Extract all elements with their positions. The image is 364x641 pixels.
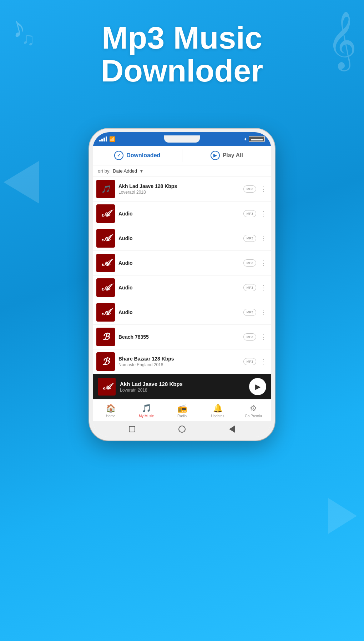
sort-arrow-icon: ▼	[139, 168, 144, 174]
sort-by-label: ort by:	[98, 168, 111, 174]
sort-value[interactable]: Date Added	[113, 168, 137, 174]
circle-icon	[178, 426, 186, 433]
bluetooth-icon: ✦	[243, 136, 247, 142]
now-playing-bar[interactable]: 𝒜 Akh Lad Jaave 128 Kbps Loveratri 2018 …	[93, 374, 271, 399]
my-music-icon: 🎵	[142, 404, 151, 413]
triangle-icon	[229, 426, 235, 433]
signal-bars-icon	[99, 136, 107, 141]
song-thumbnail: ℬ	[96, 352, 115, 371]
wifi-icon: 📶	[109, 136, 115, 142]
more-options-icon[interactable]: ⋮	[260, 259, 268, 267]
now-playing-play-button[interactable]: ▶	[249, 378, 266, 395]
song-title: Audio	[118, 285, 240, 290]
nav-item-my-music[interactable]: 🎵 My Music	[128, 402, 164, 419]
song-title: Akh Lad Jaave 128 Kbps	[118, 183, 240, 189]
more-options-icon[interactable]: ⋮	[260, 185, 268, 193]
more-options-icon[interactable]: ⋮	[260, 308, 268, 316]
signal-bar-1	[99, 140, 101, 141]
phone-outer-shell: 📶 ✦ ▬▬▬ ✓ Downloaded	[89, 129, 275, 441]
song-info: Beach 78355	[118, 334, 240, 340]
song-info: Audio	[118, 211, 240, 217]
mp3-badge: MP3	[243, 210, 256, 217]
song-subtitle: Namaste England 2018	[118, 362, 240, 367]
phone-nav-buttons	[93, 421, 271, 437]
nav-premium-label: Go Premiu	[245, 414, 262, 418]
phone-back-button[interactable]	[228, 425, 236, 433]
app-title-section: Mp3 Music Downloder	[0, 21, 364, 88]
song-info: Bhare Bazaar 128 Kbps Namaste England 20…	[118, 356, 240, 367]
sort-row: ort by: Date Added ▼	[93, 165, 271, 177]
tabs-row: ✓ Downloaded ▶ Play All	[93, 146, 271, 165]
status-notch	[164, 135, 200, 143]
nav-item-radio[interactable]: 📻 Radio	[164, 402, 200, 419]
nav-item-premium[interactable]: ⚙ Go Premiu	[236, 402, 271, 419]
signal-bar-3	[103, 138, 105, 141]
nav-my-music-label: My Music	[139, 414, 154, 418]
song-info: Akh Lad Jaave 128 Kbps Loveratri 2018	[118, 183, 240, 195]
nav-item-updates[interactable]: 🔔 Updates	[200, 402, 236, 419]
tab-downloaded-label: Downloaded	[126, 152, 160, 159]
song-title: Audio	[118, 260, 240, 266]
song-thumbnail: 𝒜	[96, 303, 115, 322]
song-thumbnail: 𝒜	[96, 254, 115, 272]
more-options-icon[interactable]: ⋮	[260, 284, 268, 292]
more-options-icon[interactable]: ⋮	[260, 358, 268, 366]
nav-item-home[interactable]: 🏠 Home	[93, 402, 128, 419]
battery-icon: ▬▬▬	[249, 136, 265, 142]
now-playing-title: Akh Lad Jaave 128 Kbps	[120, 381, 245, 387]
phone-notch	[164, 135, 200, 143]
now-playing-subtitle: Loveratri 2018	[120, 388, 245, 393]
list-item[interactable]: 𝒜 Audio MP3 ⋮	[93, 251, 271, 275]
bg-triangle-2	[328, 498, 357, 534]
list-item[interactable]: 𝒜 Audio MP3 ⋮	[93, 300, 271, 325]
phone-square-button[interactable]	[128, 425, 136, 433]
phone-home-button[interactable]	[178, 425, 186, 433]
song-info: Audio	[118, 309, 240, 315]
list-item[interactable]: 🎵 Akh Lad Jaave 128 Kbps Loveratri 2018 …	[93, 177, 271, 202]
song-thumbnail: 𝒜	[96, 204, 115, 223]
now-playing-info: Akh Lad Jaave 128 Kbps Loveratri 2018	[120, 381, 245, 393]
song-info: Audio	[118, 235, 240, 241]
phone-mockup: 📶 ✦ ▬▬▬ ✓ Downloaded	[89, 129, 275, 441]
radio-icon: 📻	[177, 404, 187, 413]
more-options-icon[interactable]: ⋮	[260, 333, 268, 341]
list-item[interactable]: 𝒜 Audio MP3 ⋮	[93, 202, 271, 226]
mp3-badge: MP3	[243, 333, 256, 341]
more-options-icon[interactable]: ⋮	[260, 234, 268, 242]
song-thumbnail: 𝒜	[96, 278, 115, 297]
song-title: Audio	[118, 309, 240, 315]
play-all-icon: ▶	[211, 151, 220, 160]
bg-triangle-1	[4, 161, 39, 204]
song-list: 🎵 Akh Lad Jaave 128 Kbps Loveratri 2018 …	[93, 177, 271, 374]
downloaded-check-icon: ✓	[114, 151, 123, 160]
square-icon	[129, 426, 135, 432]
list-item[interactable]: 𝒜 Audio MP3 ⋮	[93, 275, 271, 300]
signal-bar-2	[101, 139, 103, 141]
tab-play-all[interactable]: ▶ Play All	[182, 146, 272, 165]
nav-updates-label: Updates	[211, 414, 224, 418]
song-title: Bhare Bazaar 128 Kbps	[118, 356, 240, 362]
tab-downloaded[interactable]: ✓ Downloaded	[93, 146, 182, 165]
nav-home-label: Home	[106, 414, 116, 418]
now-playing-thumbnail: 𝒜	[98, 378, 116, 396]
bottom-navigation: 🏠 Home 🎵 My Music 📻 Radio 🔔 Updates	[93, 399, 271, 421]
mp3-badge: MP3	[243, 284, 256, 291]
app-content: ✓ Downloaded ▶ Play All ort by: Date Add…	[93, 146, 271, 421]
song-title: Audio	[118, 235, 240, 241]
status-left: 📶	[99, 136, 115, 142]
song-thumbnail: 𝒜	[96, 229, 115, 248]
song-title: Audio	[118, 211, 240, 217]
song-title: Beach 78355	[118, 334, 240, 340]
list-item[interactable]: ℬ Bhare Bazaar 128 Kbps Namaste England …	[93, 349, 271, 374]
status-bar: 📶 ✦ ▬▬▬	[93, 132, 271, 146]
song-info: Audio	[118, 260, 240, 266]
home-icon: 🏠	[106, 404, 116, 413]
song-thumbnail: ℬ	[96, 328, 115, 346]
mp3-badge: MP3	[243, 235, 256, 242]
signal-bar-4	[106, 136, 107, 141]
list-item[interactable]: 𝒜 Audio MP3 ⋮	[93, 226, 271, 251]
premium-icon: ⚙	[250, 404, 257, 413]
list-item[interactable]: ℬ Beach 78355 MP3 ⋮	[93, 325, 271, 349]
more-options-icon[interactable]: ⋮	[260, 210, 268, 218]
song-thumbnail: 🎵	[96, 180, 115, 198]
